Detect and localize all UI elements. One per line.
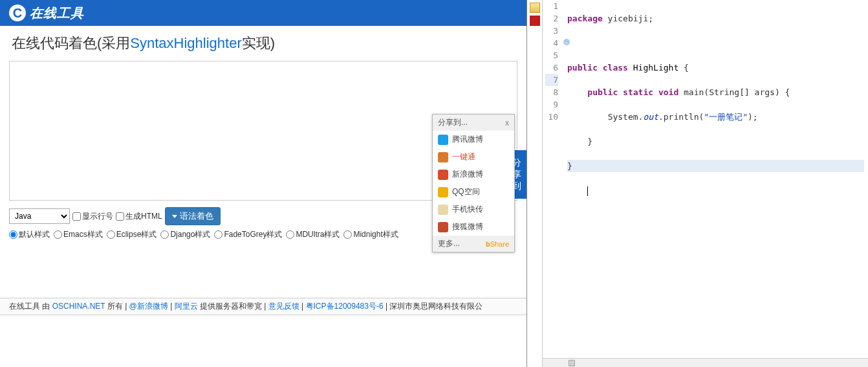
- share-option[interactable]: 搜狐微博: [433, 218, 514, 236]
- aliyun-link[interactable]: 阿里云: [175, 302, 198, 311]
- share-option-label: QQ空间: [452, 186, 480, 197]
- show-lineno-checkbox[interactable]: 显示行号: [72, 211, 113, 222]
- copy-icon[interactable]: [530, 3, 540, 13]
- style-radio[interactable]: Eclipse样式: [107, 229, 157, 240]
- scrollbar-thumb[interactable]: [569, 360, 575, 366]
- share-service-icon: [438, 152, 448, 162]
- footer-text: 在线工具 由: [9, 302, 52, 311]
- footer-bar: 在线工具 由 OSCHINA.NET 所有 | @新浪微博 | 阿里云 提供服务…: [0, 298, 526, 315]
- share-popup-footer: 更多... bShare: [433, 236, 514, 252]
- colorize-button[interactable]: 语法着色: [165, 207, 221, 225]
- line-number: 7: [545, 74, 558, 86]
- line-number-column: 12345678910: [545, 0, 562, 123]
- share-service-icon: [438, 187, 448, 197]
- line-number: 10: [545, 111, 558, 123]
- style-radio[interactable]: Midnight样式: [343, 229, 398, 240]
- syntaxhighlighter-link[interactable]: SyntaxHighlighter: [130, 35, 241, 51]
- share-option[interactable]: 腾讯微博: [433, 131, 514, 148]
- bshare-brand: bShare: [486, 240, 509, 248]
- style-radio[interactable]: 默认样式: [9, 229, 50, 240]
- style-radio[interactable]: FadeToGrey样式: [214, 229, 282, 240]
- share-option[interactable]: 新浪微博: [433, 166, 514, 183]
- share-option-label: 一键通: [452, 151, 475, 162]
- line-number: 9: [545, 98, 558, 111]
- brand-title: 在线工具: [30, 5, 84, 22]
- web-tool-pane: C 在线工具 在线代码着色(采用SyntaxHighlighter实现) 分享到…: [0, 0, 527, 367]
- logo-icon: C: [9, 5, 26, 21]
- text-caret: [587, 186, 588, 196]
- code-editor-pane: 12345678910 – package yicebiji; public c…: [527, 0, 868, 367]
- share-option-label: 腾讯微博: [452, 134, 483, 145]
- share-popup-header: 分享到... x: [433, 115, 514, 131]
- line-number: 5: [545, 49, 558, 61]
- style-radio[interactable]: Emacs样式: [54, 229, 103, 240]
- share-option-label: 搜狐微博: [452, 221, 483, 232]
- line-number: 8: [545, 86, 558, 98]
- title-prefix: 在线代码着色(采用: [12, 35, 130, 51]
- share-service-icon: [438, 222, 448, 232]
- share-more-link[interactable]: 更多...: [438, 238, 460, 249]
- line-number: 2: [545, 12, 558, 25]
- language-select[interactable]: Java: [9, 208, 70, 224]
- style-radio[interactable]: Django样式: [160, 229, 210, 240]
- share-option-label: 手机快传: [452, 204, 483, 215]
- close-icon[interactable]: x: [505, 118, 509, 128]
- feedback-link[interactable]: 意见反馈: [268, 302, 299, 311]
- weibo-link[interactable]: @新浪微博: [129, 302, 168, 311]
- share-popup-title: 分享到...: [438, 117, 468, 128]
- share-service-icon: [438, 135, 448, 145]
- share-option[interactable]: QQ空间: [433, 183, 514, 201]
- code-text[interactable]: package yicebiji; public class HighLight…: [567, 0, 864, 271]
- oschina-link[interactable]: OSCHINA.NET: [52, 302, 105, 311]
- style-radio[interactable]: MDUltra样式: [286, 229, 340, 240]
- share-option-label: 新浪微博: [452, 169, 483, 180]
- line-number: 3: [545, 25, 558, 37]
- icp-link[interactable]: 粤ICP备12009483号-6: [306, 302, 384, 311]
- gen-html-checkbox[interactable]: 生成HTML: [116, 211, 162, 222]
- editor-gutter: [527, 0, 543, 367]
- stop-icon[interactable]: [530, 16, 540, 26]
- line-number: 4: [545, 37, 558, 49]
- share-popup: 分享到... x 腾讯微博一键通新浪微博QQ空间手机快传搜狐微博 更多... b…: [432, 114, 515, 252]
- share-service-icon: [438, 170, 448, 180]
- caret-down-icon: [172, 215, 177, 218]
- line-number: 6: [545, 61, 558, 74]
- share-option[interactable]: 一键通: [433, 148, 514, 166]
- page-title: 在线代码着色(采用SyntaxHighlighter实现): [0, 26, 526, 58]
- header-bar: C 在线工具: [0, 0, 526, 26]
- share-service-icon: [438, 205, 448, 215]
- horizontal-scrollbar[interactable]: [543, 358, 868, 367]
- title-suffix: 实现): [242, 35, 275, 51]
- line-number: 1: [545, 0, 558, 12]
- share-option[interactable]: 手机快传: [433, 201, 514, 218]
